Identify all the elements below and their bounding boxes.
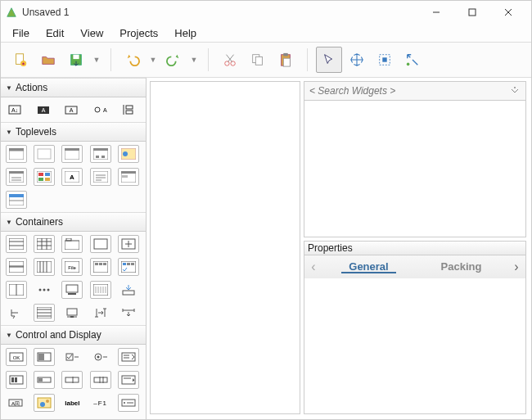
section-containers[interactable]: ▼Containers — [1, 212, 146, 232]
palette-item[interactable] — [90, 258, 111, 276]
palette-item[interactable]: A↓ — [6, 101, 27, 119]
palette-item[interactable] — [61, 235, 83, 253]
palette-item[interactable] — [6, 235, 27, 253]
palette-item[interactable]: A — [90, 101, 111, 119]
tabs-scroll-right[interactable]: › — [507, 260, 525, 274]
palette-item[interactable]: File — [61, 258, 83, 276]
tab-packing[interactable]: Packing — [415, 260, 507, 273]
palette-item[interactable] — [61, 348, 83, 366]
expand-all-icon[interactable] — [509, 85, 521, 97]
palette-item[interactable] — [34, 281, 55, 299]
palette-item[interactable] — [6, 168, 27, 186]
palette-item[interactable] — [118, 235, 139, 253]
section-control-display[interactable]: ▼Control and Display — [1, 325, 146, 345]
tabs-scroll-left[interactable]: ‹ — [304, 260, 322, 274]
save-dropdown[interactable]: ▼ — [91, 56, 102, 64]
palette-item[interactable] — [6, 304, 27, 322]
palette-item[interactable] — [6, 371, 27, 389]
svg-rect-86 — [65, 261, 79, 273]
drag-resize-tool[interactable] — [344, 47, 370, 73]
menu-file[interactable]: File — [4, 25, 38, 41]
palette-item[interactable] — [118, 168, 139, 186]
copy-button[interactable] — [245, 47, 271, 73]
menu-edit[interactable]: Edit — [38, 25, 72, 41]
palette-item[interactable] — [6, 258, 27, 276]
redo-dropdown[interactable]: ▼ — [188, 56, 200, 64]
palette-item[interactable] — [61, 304, 83, 322]
cut-button[interactable] — [217, 47, 243, 73]
palette-item[interactable]: A — [61, 168, 83, 186]
palette-item[interactable] — [61, 371, 83, 389]
palette-item[interactable]: A — [61, 101, 83, 119]
section-actions[interactable]: ▼Actions — [1, 78, 146, 97]
palette-item[interactable] — [90, 371, 111, 389]
palette-item[interactable] — [34, 145, 55, 163]
redo-button[interactable] — [160, 47, 187, 73]
palette-item[interactable]: label — [61, 394, 83, 412]
search-widgets-field[interactable]: < Search Widgets > — [304, 81, 526, 101]
palette-item[interactable] — [34, 394, 55, 412]
svg-rect-38 — [93, 148, 108, 160]
menu-help[interactable]: Help — [166, 25, 205, 41]
svg-rect-36 — [65, 148, 79, 160]
palette-item[interactable] — [118, 371, 139, 389]
svg-text:File: File — [69, 265, 77, 270]
palette-item[interactable] — [34, 258, 55, 276]
section-toplevels[interactable]: ▼Toplevels — [1, 122, 146, 142]
palette-item[interactable]: –F1 — [90, 394, 111, 412]
palette-item[interactable] — [90, 168, 111, 186]
maximize-button[interactable] — [454, 1, 490, 24]
palette-item[interactable] — [90, 281, 111, 299]
undo-dropdown[interactable]: ▼ — [147, 56, 159, 64]
palette-item[interactable] — [34, 168, 55, 186]
widget-tree[interactable] — [304, 101, 526, 237]
tab-general[interactable]: General — [322, 260, 415, 273]
palette-item[interactable] — [90, 348, 111, 366]
svg-rect-95 — [131, 263, 134, 265]
open-button[interactable] — [35, 47, 61, 73]
margin-edit-tool[interactable] — [372, 47, 398, 73]
palette-item[interactable]: OK — [6, 348, 27, 366]
svg-point-43 — [123, 151, 128, 156]
selector-tool[interactable] — [316, 47, 342, 73]
palette-item[interactable] — [118, 348, 139, 366]
design-canvas[interactable] — [150, 81, 300, 414]
palette-item[interactable] — [90, 235, 111, 253]
save-button[interactable] — [63, 47, 89, 73]
palette-item[interactable] — [61, 281, 83, 299]
svg-rect-103 — [93, 284, 108, 296]
palette-item[interactable] — [118, 145, 139, 163]
palette-item[interactable]: A — [34, 101, 55, 119]
palette-item[interactable] — [118, 258, 139, 276]
palette-item[interactable] — [34, 371, 55, 389]
palette-item[interactable] — [90, 145, 111, 163]
minimize-button[interactable] — [418, 1, 454, 24]
palette-item[interactable] — [90, 304, 111, 322]
palette-item[interactable] — [6, 191, 27, 209]
svg-rect-35 — [38, 149, 51, 159]
svg-rect-55 — [93, 171, 108, 183]
undo-button[interactable] — [119, 47, 146, 73]
align-edit-tool[interactable] — [399, 47, 426, 73]
palette-item[interactable] — [118, 394, 139, 412]
new-button[interactable]: ✶ — [7, 47, 34, 73]
paste-button[interactable] — [273, 47, 299, 73]
close-button[interactable] — [490, 1, 526, 24]
palette-item[interactable] — [34, 304, 55, 322]
palette-item[interactable] — [61, 145, 83, 163]
menu-view[interactable]: View — [72, 25, 111, 41]
palette-item[interactable] — [34, 235, 55, 253]
svg-rect-39 — [93, 148, 108, 151]
palette-item[interactable] — [6, 281, 27, 299]
svg-point-28 — [95, 107, 100, 112]
svg-rect-144 — [94, 377, 107, 382]
palette-item[interactable] — [118, 101, 139, 119]
palette-item[interactable] — [6, 145, 27, 163]
svg-rect-92 — [121, 261, 136, 273]
properties-body[interactable] — [304, 278, 526, 415]
palette-item[interactable] — [118, 304, 139, 322]
menu-projects[interactable]: Projects — [111, 25, 166, 41]
palette-item[interactable] — [34, 348, 55, 366]
palette-item[interactable]: A回 — [6, 394, 27, 412]
palette-item[interactable] — [118, 281, 139, 299]
